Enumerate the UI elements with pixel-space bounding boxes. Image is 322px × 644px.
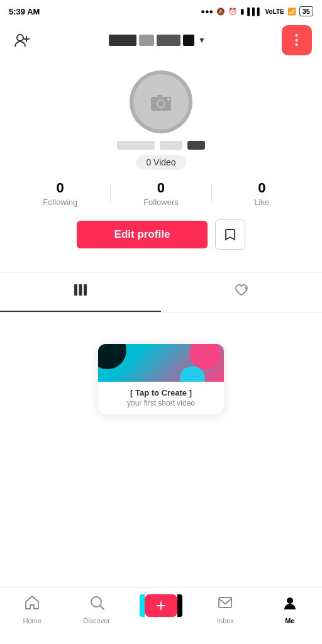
status-icons: ●●● 🔕 ⏰ ▮ ▌▌▌ VoLTE 📶 35 (201, 6, 313, 16)
nav-home[interactable]: Home (0, 594, 64, 625)
video-count-badge: 0 Video (136, 155, 186, 170)
inbox-nav-icon (217, 594, 233, 611)
status-bar: 5:39 AM ●●● 🔕 ⏰ ▮ ▌▌▌ VoLTE 📶 35 (0, 0, 322, 23)
create-card-label: [ Tap to Create ] (106, 388, 216, 397)
blob2 (189, 344, 221, 369)
tab-liked[interactable] (161, 273, 322, 312)
battery-level: 35 (299, 6, 313, 16)
me-label: Me (285, 617, 294, 625)
signal-icon: ●●● (201, 8, 213, 15)
more-menu-button[interactable]: ⋮ (282, 25, 312, 55)
more-dots-icon: ⋮ (289, 32, 304, 48)
create-card-sublabel: your first short video (106, 399, 216, 408)
svg-rect-9 (79, 284, 82, 296)
liked-tab-icon (233, 282, 250, 298)
me-icon (282, 594, 298, 614)
lte-icon: VoLTE (265, 8, 284, 15)
svg-rect-8 (74, 284, 77, 296)
home-icon (24, 594, 40, 614)
likes-label: Like (254, 197, 269, 207)
followers-label: Followers (143, 197, 179, 207)
status-time: 5:39 AM (9, 7, 40, 16)
likes-count: 0 (258, 180, 265, 196)
following-label: Following (43, 197, 77, 207)
svg-rect-13 (219, 597, 231, 608)
me-nav-icon (282, 594, 298, 611)
stat-likes[interactable]: 0 Like (212, 180, 312, 207)
svg-point-5 (158, 101, 164, 107)
inbox-icon (217, 594, 233, 614)
edit-profile-button[interactable]: Edit profile (77, 221, 208, 248)
stat-followers[interactable]: 0 Followers (111, 180, 211, 207)
bottom-nav: Home Discover + Inbox (0, 587, 322, 644)
alarm-icon: ⏰ (228, 8, 237, 16)
bookmark-button[interactable] (215, 219, 245, 250)
blob1 (98, 344, 126, 369)
battery-icon: ▮ (240, 8, 244, 16)
profile-section: 0 Video 0 Following 0 Followers 0 Like E… (0, 58, 322, 272)
following-count: 0 (57, 180, 64, 196)
svg-point-0 (17, 35, 23, 41)
grid-tab-icon (73, 282, 88, 297)
plus-icon: + (156, 596, 166, 616)
action-row: Edit profile (10, 219, 312, 250)
home-nav-icon (24, 594, 40, 611)
stat-following[interactable]: 0 Following (10, 180, 110, 207)
nav-create[interactable]: + (129, 594, 193, 617)
create-button[interactable]: + (145, 594, 177, 617)
discover-label: Discover (83, 617, 110, 625)
content-tabs (0, 272, 322, 313)
bookmark-icon (223, 228, 237, 242)
chevron-down-icon: ▼ (198, 36, 206, 45)
svg-point-14 (287, 597, 293, 604)
username-placeholder (117, 141, 205, 150)
create-card-illustration (98, 344, 224, 382)
discover-nav-icon (89, 594, 105, 611)
main-content: 0 Video 0 Following 0 Followers 0 Like E… (0, 58, 322, 644)
grid-icon (73, 282, 88, 301)
nav-me[interactable]: Me (258, 594, 322, 625)
top-nav-bar: ▼ ⋮ (0, 23, 322, 58)
add-user-button[interactable] (10, 29, 33, 52)
svg-rect-6 (157, 95, 162, 97)
username-bars (109, 35, 194, 46)
discover-icon (89, 594, 105, 614)
heart-icon (233, 282, 250, 302)
nav-discover[interactable]: Discover (64, 594, 128, 625)
silent-icon: 🔕 (216, 8, 225, 16)
svg-line-12 (100, 606, 104, 609)
inbox-label: Inbox (217, 617, 234, 625)
svg-rect-10 (84, 284, 87, 296)
home-label: Home (23, 617, 42, 625)
avatar (130, 70, 192, 133)
followers-count: 0 (157, 180, 165, 196)
wifi-icon: 📶 (287, 8, 296, 16)
stats-row: 0 Following 0 Followers 0 Like (10, 180, 312, 207)
create-card-body: [ Tap to Create ] your first short video (98, 382, 224, 414)
nav-inbox[interactable]: Inbox (193, 594, 257, 625)
username-dropdown[interactable]: ▼ (109, 35, 206, 46)
camera-icon (148, 89, 174, 114)
add-user-icon (13, 31, 30, 49)
avatar-inner (133, 74, 189, 130)
signal-bars: ▌▌▌ (247, 8, 262, 15)
tab-grid[interactable] (0, 273, 161, 312)
create-card[interactable]: [ Tap to Create ] your first short video (98, 344, 224, 414)
svg-point-7 (167, 98, 170, 101)
